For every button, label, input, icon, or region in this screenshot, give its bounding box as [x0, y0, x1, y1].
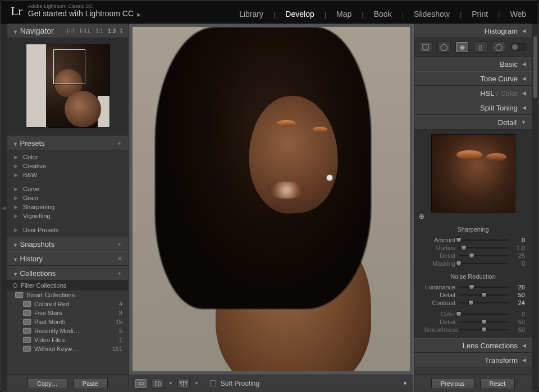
redeye-tool[interactable]: ◉ — [455, 41, 469, 53]
slider-label: Luminance — [424, 284, 455, 290]
presets-panel-header[interactable]: ▼ Presets ＋ — [7, 136, 128, 150]
history-panel-header[interactable]: ▼ History ✕ — [7, 251, 128, 266]
module-web[interactable]: Web — [508, 10, 528, 19]
before-after-lr-tool[interactable]: ▯▯ — [152, 379, 164, 389]
preset-group[interactable]: ▶Creative — [7, 162, 128, 170]
collection-item[interactable]: ▸Colored Red4 — [7, 299, 128, 308]
right-panel-group: Histogram ◀ ◯ ◉ ▯ ◯ Basic ◀ Tone Curve ◀… — [414, 24, 532, 391]
hsl-panel-header[interactable]: HSL / Color ◀ — [414, 86, 532, 100]
noise-reduction-smoothness-slider[interactable] — [459, 327, 509, 333]
toolbar-more-icon[interactable]: ▼ — [403, 381, 408, 386]
collection-item[interactable]: ▸Past Month15 — [7, 317, 128, 326]
noise-reduction-contrast-slider[interactable] — [459, 300, 509, 306]
nav-zoom-1to1[interactable]: 1:1 — [95, 28, 103, 34]
disclosure-triangle-icon: ◀ — [522, 28, 526, 34]
radial-filter-tool[interactable]: ◯ — [492, 41, 505, 53]
split-toning-panel-header[interactable]: Split Toning ◀ — [414, 100, 532, 115]
clear-history-icon[interactable]: ✕ — [117, 255, 122, 262]
spot-removal-tool[interactable]: ◯ — [437, 41, 451, 53]
preset-group[interactable]: ▶B&W — [7, 170, 128, 179]
preset-group[interactable]: ▶Curve — [7, 185, 128, 193]
collection-item[interactable]: ▸Without Keyw…151 — [7, 344, 128, 353]
copy-settings-button[interactable]: Copy… — [28, 378, 67, 389]
noise-reduction-color-slider[interactable] — [459, 311, 509, 317]
module-print[interactable]: Print — [469, 10, 490, 19]
noise-reduction-detail-slider[interactable] — [459, 319, 509, 325]
collection-count: 1 — [119, 336, 122, 343]
basic-panel-header[interactable]: Basic ◀ — [414, 57, 532, 71]
before-after-tb-tool[interactable]: Y|Y — [177, 379, 190, 389]
disclosure-triangle-icon: ◀ — [522, 90, 526, 96]
chevron-down-icon[interactable]: ▼ — [168, 381, 173, 386]
module-map[interactable]: Map — [334, 10, 354, 19]
paste-settings-button[interactable]: Paste — [73, 378, 108, 389]
sharpening-radius-slider[interactable] — [459, 245, 509, 251]
tone-curve-panel-header[interactable]: Tone Curve ◀ — [414, 71, 532, 86]
divider — [13, 223, 122, 223]
preset-group[interactable]: ▶Color — [7, 153, 128, 162]
preset-group[interactable]: ▶Vignetting — [7, 211, 128, 220]
navigator-crop-rect[interactable] — [53, 49, 85, 84]
noise-reduction-detail-row: Detail50 — [419, 318, 527, 326]
noise-reduction-luminance-slider[interactable] — [459, 284, 509, 290]
add-collection-icon[interactable]: ＋ — [116, 269, 122, 278]
previous-button[interactable]: Previous — [431, 378, 474, 389]
navigator-thumbnail[interactable] — [26, 44, 110, 128]
transform-panel-header[interactable]: Transform ◀ — [414, 353, 532, 367]
sharpening-detail-slider[interactable] — [459, 253, 509, 259]
disclosure-triangle-icon: ▶ — [14, 227, 20, 233]
folder-icon — [15, 292, 23, 298]
collection-item[interactable]: ▸Video Files1 — [7, 335, 128, 344]
preset-group[interactable]: ▶Sharpening — [7, 202, 128, 211]
loupe-view-tool[interactable]: ▭ — [135, 379, 147, 389]
slider-label: Amount — [424, 237, 455, 243]
reset-button[interactable]: Reset — [480, 378, 515, 389]
panel-switch[interactable] — [510, 43, 527, 51]
graduated-filter-tool[interactable]: ▯ — [474, 41, 487, 53]
chevron-up-down-icon[interactable]: ▴▾ — [120, 27, 122, 34]
preset-group[interactable]: ▶User Presets — [7, 225, 128, 234]
chevron-down-icon[interactable]: ▼ — [194, 381, 199, 386]
soft-proofing-checkbox[interactable] — [210, 380, 216, 386]
tagline[interactable]: Get started with Lightroom CC▶ — [28, 10, 141, 18]
panel-title: Basic — [500, 60, 518, 68]
right-scrollbar[interactable] — [533, 32, 538, 375]
sharpening-section-label: Sharpening — [419, 226, 527, 233]
collection-item[interactable]: ▸Five Stars8 — [7, 308, 128, 317]
navigator-preview[interactable] — [7, 38, 128, 136]
preset-group-label: Creative — [23, 163, 46, 169]
detail-panel-header[interactable]: Detail ▼ — [414, 115, 532, 130]
sharpening-amount-slider[interactable] — [459, 237, 509, 243]
module-library[interactable]: Library — [237, 10, 266, 19]
slider-value: 24 — [513, 299, 525, 306]
left-panel-toggle[interactable]: ◀ — [1, 24, 7, 391]
smart-collection-icon — [23, 337, 31, 343]
disclosure-triangle-icon: ▶ — [14, 154, 20, 160]
histogram-panel-header[interactable]: Histogram ◀ — [414, 24, 532, 38]
detail-preview[interactable] — [431, 134, 515, 213]
module-develop[interactable]: Develop — [283, 10, 316, 19]
add-snapshot-icon[interactable]: ＋ — [116, 240, 122, 248]
snapshots-panel-header[interactable]: ▼ Snapshots ＋ — [7, 237, 128, 251]
detail-target-icon[interactable]: ⊕ — [419, 213, 424, 220]
loupe-view[interactable] — [133, 27, 410, 371]
noise-reduction-detail-slider[interactable] — [459, 292, 509, 298]
nav-zoom-fill[interactable]: FILL — [80, 28, 91, 34]
filter-collections-row[interactable]: Filter Collections — [7, 280, 128, 290]
collection-item[interactable]: ▸Recently Modi…5 — [7, 326, 128, 335]
collection-folder[interactable]: ▼Smart Collections — [7, 290, 128, 299]
module-book[interactable]: Book — [372, 10, 394, 19]
nav-zoom-fit[interactable]: FIT — [67, 28, 75, 34]
sharpening-masking-slider[interactable] — [459, 261, 509, 266]
panel-title: Transform — [485, 356, 518, 365]
add-preset-icon[interactable]: ＋ — [116, 139, 122, 147]
preset-group[interactable]: ▶Grain — [7, 193, 128, 202]
disclosure-triangle-icon: ▶ — [14, 213, 20, 219]
scrollbar-thumb[interactable] — [533, 36, 537, 98]
crop-tool[interactable] — [419, 41, 432, 53]
collections-panel-header[interactable]: ▼ Collections ＋ — [7, 266, 128, 280]
navigator-panel-header[interactable]: ▼ Navigator FIT FILL 1:1 1:3 ▴▾ — [7, 24, 128, 38]
module-slideshow[interactable]: Slideshow — [412, 10, 452, 19]
lens-corrections-panel-header[interactable]: Lens Corrections ◀ — [414, 338, 532, 353]
nav-zoom-ratio[interactable]: 1:3 — [108, 28, 116, 34]
